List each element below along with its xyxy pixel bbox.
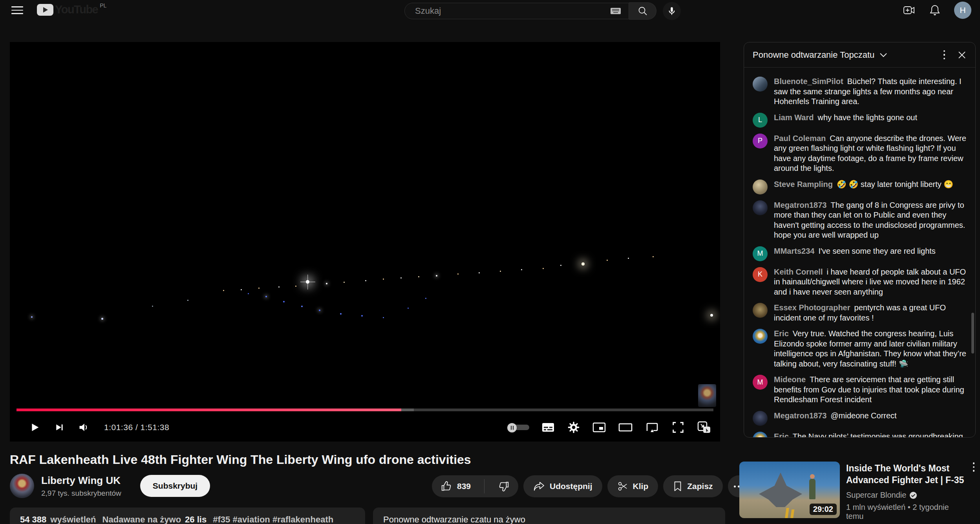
runway-light [365, 280, 366, 281]
chat-author[interactable]: Steve Rampling [774, 180, 833, 189]
runway-light [521, 269, 522, 270]
runway-light [653, 256, 654, 257]
search-button[interactable] [629, 2, 656, 20]
dislike-button[interactable] [489, 480, 518, 492]
chevron-down-icon[interactable] [879, 52, 888, 58]
chat-avatar[interactable]: P [753, 134, 768, 148]
chat-avatar[interactable] [753, 200, 768, 215]
profile-avatar[interactable]: H [954, 2, 971, 19]
chat-scrollbar[interactable] [971, 313, 974, 354]
runway-light [101, 318, 103, 320]
autoplay-toggle[interactable] [507, 423, 529, 432]
chat-author[interactable]: Bluenote_SimPilot [774, 77, 843, 86]
recommended-channel[interactable]: Supercar Blondie [846, 491, 966, 500]
chat-message-text: Very true. Watched the congress hearing,… [774, 329, 966, 368]
chat-message[interactable]: MMMarts234I've seen some they are red li… [753, 246, 967, 261]
chat-author[interactable]: Eric [774, 432, 789, 438]
runway-light [436, 275, 437, 277]
miniplayer-icon[interactable] [592, 421, 606, 433]
notifications-bell-icon[interactable] [929, 4, 941, 16]
chat-author[interactable]: Megatron1873 [774, 201, 827, 209]
subtitles-icon[interactable] [541, 421, 555, 433]
runway-light [425, 298, 426, 299]
chat-avatar[interactable]: L [753, 113, 768, 128]
share-label: Udostępnij [550, 482, 592, 491]
chat-message[interactable]: LLiam Wardwhy have the lights gone out [753, 113, 967, 128]
chat-avatar[interactable] [753, 180, 768, 194]
description-box[interactable]: 54 388wyświetleń Nadawane na żywo26 lis … [10, 508, 365, 524]
chat-title: Ponowne odtwarzanie Topczatu [753, 50, 874, 60]
search-input[interactable] [415, 6, 610, 16]
chat-author[interactable]: Eric [774, 329, 789, 338]
runway-light [457, 273, 459, 275]
chat-message[interactable]: KKeith Cornelli have heard of people tal… [753, 267, 967, 297]
chat-avatar[interactable] [753, 77, 768, 92]
create-icon[interactable] [902, 4, 916, 17]
runway-light [248, 293, 249, 294]
chat-message[interactable]: EricThe Navy pilots’ testimonies was gro… [753, 432, 967, 438]
recommended-video[interactable]: 29:02Inside The World's Most Advanced Fi… [739, 462, 980, 521]
player-controls: 1:01:36 / 1:51:38 [10, 413, 720, 442]
chat-avatar[interactable] [753, 329, 768, 344]
hashtags[interactable]: #f35 #aviation #raflakenheath [213, 515, 333, 524]
chat-message[interactable]: Megatron1873The gang of 8 in Congress ar… [753, 200, 967, 240]
cast-icon[interactable] [645, 421, 660, 434]
channel-name[interactable]: Liberty Wing UK [41, 475, 121, 487]
channel-watermark[interactable] [698, 384, 716, 407]
chat-replay-box[interactable]: Ponowne odtwarzanie czatu na żywo [373, 508, 725, 524]
chat-avatar[interactable] [753, 303, 768, 318]
chat-message[interactable]: EricVery true. Watched the congress hear… [753, 329, 967, 369]
share-button[interactable]: Udostępnij [523, 475, 602, 497]
chat-avatar[interactable] [753, 432, 768, 438]
clip-button[interactable]: Klip [607, 475, 658, 497]
keyboard-icon[interactable] [610, 6, 622, 16]
video-thumbnail[interactable]: 29:02 [739, 462, 840, 518]
settings-gear-icon[interactable] [567, 421, 580, 434]
chat-avatar[interactable]: K [753, 267, 768, 282]
video-player[interactable]: 1:01:36 / 1:51:38 [10, 42, 720, 442]
like-button[interactable]: 839 [432, 480, 479, 492]
chat-message[interactable]: MMideoneThere are servicemen that are ge… [753, 375, 967, 405]
progress-bar[interactable] [16, 409, 713, 411]
chat-author[interactable]: MMarts234 [774, 247, 814, 255]
chat-message[interactable]: Steve Rampling🤣 🤣 stay later tonight lib… [753, 180, 967, 194]
chat-avatar[interactable]: M [753, 375, 768, 390]
theater-mode-icon[interactable] [618, 422, 633, 433]
chat-author[interactable]: Mideone [774, 375, 806, 384]
chat-author[interactable]: Essex Photographer [774, 303, 850, 312]
youtube-logo[interactable]: YouTube PL [37, 3, 106, 16]
chat-message-list: Bluenote_SimPilotBüchel? Thats quite int… [744, 68, 975, 438]
runway-light [418, 276, 419, 277]
chat-avatar[interactable] [753, 411, 768, 426]
recommended-video-title[interactable]: Inside The World's Most Advanced Fighter… [846, 462, 966, 486]
chat-author[interactable]: Liam Ward [774, 113, 814, 122]
runway-light [581, 262, 585, 266]
play-button[interactable] [28, 421, 41, 434]
chat-menu-icon[interactable] [938, 50, 950, 60]
live-label: Nadawane na żywo [102, 515, 181, 524]
volume-icon[interactable] [77, 421, 90, 434]
voice-search-button[interactable] [663, 2, 681, 20]
chat-close-icon[interactable] [957, 50, 967, 60]
chat-author[interactable]: Keith Cornell [774, 267, 823, 276]
chat-author[interactable]: Megatron1873 [774, 411, 827, 420]
save-label: Zapisz [687, 482, 713, 491]
save-button[interactable]: Zapisz [663, 475, 722, 497]
runway-light [187, 300, 188, 301]
chat-message[interactable]: Megatron1873@mideone Correct [753, 411, 967, 426]
recommended-menu-icon[interactable] [968, 462, 980, 472]
top-bar: YouTube PL [0, 0, 980, 20]
chat-author[interactable]: Paul Coleman [774, 134, 826, 143]
next-button[interactable] [53, 421, 65, 433]
menu-icon[interactable] [11, 4, 24, 16]
search-box[interactable] [404, 3, 629, 19]
picture-in-picture-icon[interactable] [697, 421, 711, 434]
channel-avatar[interactable] [10, 474, 34, 498]
chat-message[interactable]: Bluenote_SimPilotBüchel? Thats quite int… [753, 77, 967, 107]
duration-badge: 29:02 [810, 504, 837, 515]
fullscreen-icon[interactable] [671, 421, 685, 434]
subscribe-button[interactable]: Subskrybuj [140, 475, 210, 497]
chat-message[interactable]: PPaul ColemanCan anyone describe the dro… [753, 134, 967, 174]
chat-message[interactable]: Essex Photographerpentyrch was a great U… [753, 303, 967, 323]
chat-avatar[interactable]: M [753, 246, 768, 261]
